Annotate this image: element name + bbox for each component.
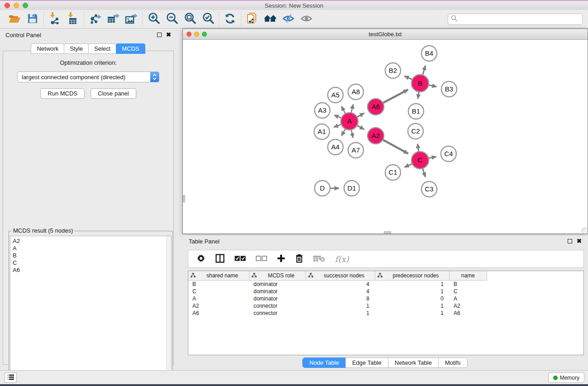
show-selected-button[interactable] — [297, 11, 316, 27]
mcds-result-list[interactable]: A2ABCA6 — [10, 236, 172, 383]
zoom-fit-button[interactable] — [181, 11, 199, 27]
cell-predecessor-nodes: 1 — [375, 281, 449, 287]
create-column-button[interactable] — [277, 254, 285, 264]
zoom-selected-icon — [202, 12, 214, 26]
hierarchy-icon — [308, 272, 313, 279]
close-panel-icon[interactable]: ✖ — [166, 33, 171, 37]
select-all-button[interactable] — [234, 256, 246, 262]
toggle-panes-button[interactable] — [215, 254, 225, 264]
save-session-icon — [27, 13, 38, 25]
graph-node-label-D: D — [320, 184, 325, 192]
hide-selected-button[interactable] — [279, 11, 297, 27]
deselect-all-button[interactable] — [256, 256, 267, 262]
tab-motifs[interactable]: Motifs — [438, 357, 468, 368]
table-settings-button[interactable] — [196, 254, 206, 264]
zoom-selected-button[interactable] — [199, 11, 217, 27]
graph-edge-A-A3[interactable] — [334, 115, 341, 118]
export-network-button[interactable] — [86, 11, 104, 27]
export-network-icon — [89, 13, 101, 26]
tab-network[interactable]: Network — [31, 43, 64, 54]
column-header-predecessor-nodes[interactable]: predecessor nodes — [375, 271, 449, 281]
bottom-grip-handle[interactable] — [384, 231, 391, 234]
home-view-button[interactable] — [261, 11, 279, 27]
table-panel: Table Panel ✖ f(x) shared nameMCDS roles… — [182, 235, 588, 367]
delete-columns-button[interactable] — [295, 254, 303, 264]
float-table-panel-icon[interactable] — [568, 239, 572, 243]
mcds-result-item[interactable]: A — [13, 245, 169, 252]
graph-edge-A-A1[interactable] — [334, 124, 341, 127]
save-session-button[interactable] — [24, 11, 42, 27]
graph-edge-A-A4[interactable] — [341, 129, 345, 136]
export-table-button[interactable] — [104, 11, 122, 27]
column-header-shared-name[interactable]: shared name — [188, 271, 249, 281]
cell-name: A — [449, 295, 487, 302]
column-header-successor-nodes[interactable]: successor nodes — [306, 271, 375, 281]
table-row[interactable]: Cdominator41C — [188, 288, 583, 295]
toolbar-separator — [84, 12, 84, 26]
export-image-button[interactable] — [122, 11, 140, 27]
table-row[interactable]: A6connector11A6 — [188, 310, 583, 317]
mcds-result-item[interactable]: A6 — [13, 267, 169, 274]
refresh-button[interactable] — [221, 11, 239, 27]
search-input[interactable] — [459, 16, 579, 23]
zoom-out-button[interactable] — [163, 11, 181, 27]
table-tabs: Node TableEdge TableNetwork TableMotifs — [182, 357, 588, 368]
resize-grip[interactable] — [581, 227, 587, 233]
search-field[interactable] — [448, 14, 583, 25]
graph-node-label-A5: A5 — [331, 91, 339, 99]
graph-node-label-A: A — [347, 117, 352, 125]
cell-shared-name: B — [188, 281, 249, 287]
graph-edge-A6-B[interactable] — [383, 90, 408, 103]
graph-edge-B-B3[interactable] — [429, 85, 437, 87]
graph-edge-A2-C[interactable] — [383, 140, 408, 154]
close-panel-button[interactable]: Close panel — [91, 88, 136, 99]
table-row[interactable]: Bdominator41B — [188, 281, 583, 288]
import-network-button[interactable] — [46, 11, 64, 27]
mcds-result-item[interactable]: A2 — [13, 238, 169, 245]
memory-button[interactable]: Memory — [548, 372, 584, 383]
mcds-result-item[interactable]: C — [13, 259, 169, 267]
node-table: shared nameMCDS rolesuccessor nodesprede… — [188, 271, 584, 355]
tab-select[interactable]: Select — [88, 43, 116, 54]
graph-edge-A-A2[interactable] — [357, 125, 364, 129]
zoom-in-button[interactable] — [144, 11, 163, 27]
graph-edge-B-B1[interactable] — [418, 92, 419, 99]
graph-node-label-C: C — [418, 156, 423, 164]
column-header-name[interactable]: name — [449, 271, 487, 281]
graph-edge-A-A6[interactable] — [357, 113, 364, 117]
network-graph[interactable]: B4B2BB3A5A8A6B1A3AA1C2A2A4A7C4CC1C3DD1 — [183, 40, 588, 234]
graph-edge-C-C4[interactable] — [429, 157, 436, 158]
import-table-button[interactable] — [64, 11, 82, 27]
graph-edge-A-A5[interactable] — [341, 106, 345, 114]
mcds-result-item[interactable]: B — [13, 252, 169, 259]
graph-edge-A-A7[interactable] — [351, 130, 353, 138]
run-mcds-button[interactable]: Run MCDS — [40, 88, 85, 99]
column-header-MCDS-role[interactable]: MCDS role — [249, 271, 306, 281]
graph-edge-B-B4[interactable] — [423, 66, 425, 75]
show-panels-button[interactable] — [5, 372, 17, 383]
network-canvas[interactable]: B4B2BB3A5A8A6B1A3AA1C2A2A4A7C4CC1C3DD1 — [183, 40, 588, 234]
graph-edge-C-C1[interactable] — [405, 164, 412, 167]
tab-style[interactable]: Style — [64, 43, 89, 54]
tab-edge-table[interactable]: Edge Table — [345, 357, 388, 368]
graph-edge-C-C2[interactable] — [417, 144, 419, 152]
graph-edge-B-B2[interactable] — [404, 76, 412, 80]
tab-node-table[interactable]: Node Table — [302, 357, 346, 368]
left-grip-handle[interactable] — [183, 195, 185, 202]
close-table-panel-icon[interactable]: ✖ — [577, 239, 582, 243]
graph-edge-A-A8[interactable] — [351, 104, 353, 113]
open-session-button[interactable] — [5, 11, 24, 27]
tab-mcds[interactable]: MCDS — [116, 43, 145, 54]
table-row[interactable]: Adominator80A — [188, 295, 583, 302]
cell-name: C — [449, 288, 487, 295]
float-panel-icon[interactable] — [157, 33, 162, 37]
result-scrollbar[interactable] — [166, 236, 171, 383]
table-row[interactable]: A2connector11A2 — [188, 302, 583, 310]
new-network-from-selection-button[interactable] — [243, 11, 261, 27]
toolbar-separator — [219, 12, 219, 26]
optimization-criterion-label: Optimization criterion: — [3, 59, 173, 66]
home-icon — [263, 13, 277, 25]
tab-network-table[interactable]: Network Table — [388, 357, 439, 368]
optimization-criterion-dropdown[interactable]: largest connected component (directed) — [17, 71, 159, 82]
graph-edge-C-C3[interactable] — [423, 168, 425, 177]
